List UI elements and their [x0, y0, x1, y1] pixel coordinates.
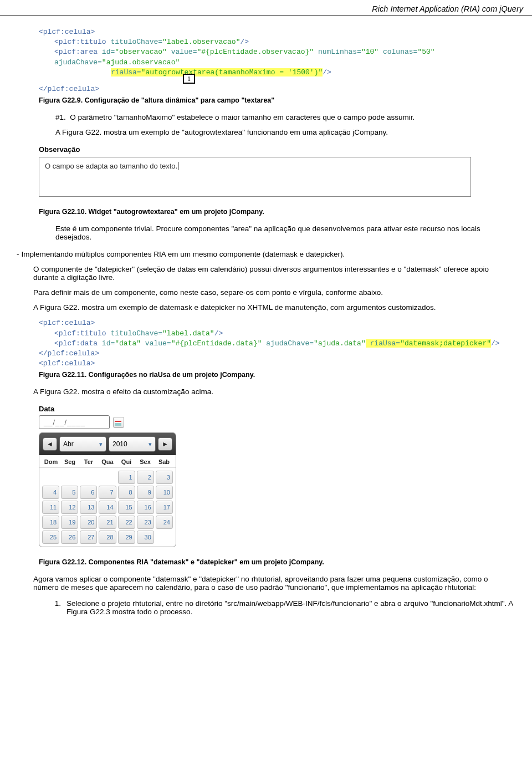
day-cell[interactable]: 20 [80, 516, 97, 529]
code-attr: tituloChave= [110, 38, 162, 46]
day-cell[interactable]: 25 [42, 531, 59, 544]
code-val: "autogrowtextarea(tamanhoMaximo = '1500'… [141, 68, 323, 77]
text-cursor [178, 162, 178, 170]
paragraph: A Figura G22. mostra um exemplo de "auto… [55, 128, 515, 136]
textarea-value: O campo se adapta ao tamanho do texto. [45, 162, 177, 170]
paragraph: Este é um componente trivial. Procure co… [55, 225, 515, 241]
code-tag: <plcf:celula> [39, 359, 95, 368]
figure-caption-2: Figura G22.10. Widget "autogrowtextarea"… [39, 208, 515, 216]
code-tag: /> [214, 329, 223, 338]
section-heading: -Implementando múltiplos componentes RIA… [17, 250, 515, 258]
ordered-list: 1. Selecione o projeto rhtutorial, entre… [50, 599, 515, 616]
code-tag: <plcf:celula> [39, 319, 95, 327]
code-val: "observacao" [115, 48, 167, 56]
day-cell[interactable]: 2 [137, 471, 154, 484]
day-cell[interactable]: 8 [118, 486, 135, 499]
figure-caption-3: Figura G22.11. Configurações no riaUsa d… [39, 371, 515, 379]
next-month-button[interactable]: ► [158, 437, 172, 451]
day-cell[interactable]: 3 [156, 471, 173, 484]
datepicker-widget: Data __/__/____ ◄ Abr 2010 ► Dom Seg Ter… [39, 405, 183, 547]
item-number: #1. [55, 113, 66, 121]
day-cell[interactable]: 10 [156, 486, 173, 499]
code-tag: </plcf:celula> [39, 85, 99, 93]
day-cell[interactable]: 28 [99, 531, 116, 544]
year-select[interactable]: 2010 [109, 436, 156, 452]
page-header: Rich Internet Application (RIA) com jQue… [0, 0, 532, 16]
datepicker-header: ◄ Abr 2010 ► [39, 433, 176, 455]
day-cell[interactable]: 15 [118, 501, 135, 514]
code-val: "#{plcEntidade.data}" [171, 339, 262, 348]
code-tag: /> [491, 339, 500, 348]
month-value: Abr [63, 440, 74, 448]
observacao-label: Observação [39, 145, 471, 154]
paragraph: Para definir mais de um componente, como… [33, 288, 515, 297]
datepicker-label: Data [39, 405, 183, 413]
paragraph: A Figura G22. mostra um exemplo de datem… [33, 303, 515, 312]
list-item-1: #1. O parâmetro "tamanhoMaximo" estabele… [55, 113, 515, 121]
list-item: 1. Selecione o projeto rhtutorial, entre… [50, 599, 515, 616]
code-tag: <plcf:area [54, 48, 102, 56]
code-val: "data" [115, 339, 141, 348]
weekday-label: Qua [98, 458, 117, 465]
observacao-widget: Observação O campo se adapta ao tamanho … [39, 145, 471, 197]
day-cell[interactable]: 12 [61, 501, 78, 514]
day-cell[interactable]: 5 [61, 486, 78, 499]
day-cell[interactable]: 19 [61, 516, 78, 529]
callout-1: 1 [183, 74, 195, 84]
weekday-label: Qui [117, 458, 136, 465]
code-tag: </plcf:celula> [39, 349, 99, 358]
code-attr: ajudaChave= [262, 339, 314, 348]
code-tag: <plcf:celula> [39, 28, 95, 36]
code-tag: <plcf:data [54, 339, 102, 348]
code-val: "10" [361, 48, 378, 56]
prev-month-button[interactable]: ◄ [43, 437, 57, 451]
day-cell[interactable]: 29 [118, 531, 135, 544]
code-val: "datemask;datepicker" [400, 339, 491, 348]
day-cell[interactable]: 17 [156, 501, 173, 514]
code-tag: <plcf:titulo [54, 38, 110, 46]
code-attr: riaUsa= [111, 68, 141, 77]
day-cell[interactable]: 11 [42, 501, 59, 514]
month-select[interactable]: Abr [59, 436, 106, 452]
datepicker-grid: 1234567891011121314151617181920212223242… [39, 468, 176, 547]
code-val: "ajuda.observacao" [102, 58, 180, 67]
dash-icon: - [17, 250, 19, 258]
day-cell[interactable]: 21 [99, 516, 116, 529]
paragraph: A Figura G22. mostra o efeito da customi… [33, 387, 515, 396]
calendar-icon[interactable] [113, 417, 124, 428]
day-cell[interactable]: 16 [137, 501, 154, 514]
code-tag: <plcf:titulo [54, 329, 110, 338]
code-val: "#{plcEntidade.observacao}" [197, 48, 314, 56]
year-value: 2010 [112, 440, 127, 448]
paragraph: Agora vamos aplicar o componente "datema… [33, 575, 515, 592]
day-cell[interactable]: 9 [137, 486, 154, 499]
weekday-label: Dom [42, 458, 60, 465]
code-attr: riaUsa= [366, 339, 400, 348]
day-cell[interactable]: 26 [61, 531, 78, 544]
code-val: "ajuda.data" [314, 339, 366, 348]
day-cell[interactable]: 22 [118, 516, 135, 529]
day-cell[interactable]: 23 [137, 516, 154, 529]
day-cell[interactable]: 7 [99, 486, 116, 499]
code-attr: value= [167, 48, 197, 56]
datepicker-panel: ◄ Abr 2010 ► Dom Seg Ter Qua Qui Sex Sab… [39, 432, 176, 547]
weekday-label: Seg [60, 458, 79, 465]
figure-caption-1: Figura G22.9. Configuração de "altura di… [39, 96, 515, 104]
code-val: "50" [417, 48, 434, 56]
code-attr: tituloChave= [110, 329, 162, 338]
day-cell[interactable]: 13 [80, 501, 97, 514]
datepicker-weekdays: Dom Seg Ter Qua Qui Sex Sab [39, 455, 176, 468]
heading-text: Implementando múltiplos componentes RIA … [22, 250, 345, 258]
day-cell[interactable]: 4 [42, 486, 59, 499]
day-cell[interactable]: 24 [156, 516, 173, 529]
day-cell[interactable]: 27 [80, 531, 97, 544]
day-cell[interactable]: 1 [118, 471, 135, 484]
day-cell[interactable]: 6 [80, 486, 97, 499]
day-cell[interactable]: 18 [42, 516, 59, 529]
observacao-textarea[interactable]: O campo se adapta ao tamanho do texto. [39, 157, 471, 197]
code-attr: value= [141, 339, 171, 348]
item-text: Selecione o projeto rhtutorial, entre no… [66, 599, 515, 616]
day-cell[interactable]: 30 [137, 531, 154, 544]
date-input[interactable]: __/__/____ [39, 415, 110, 429]
day-cell[interactable]: 14 [99, 501, 116, 514]
